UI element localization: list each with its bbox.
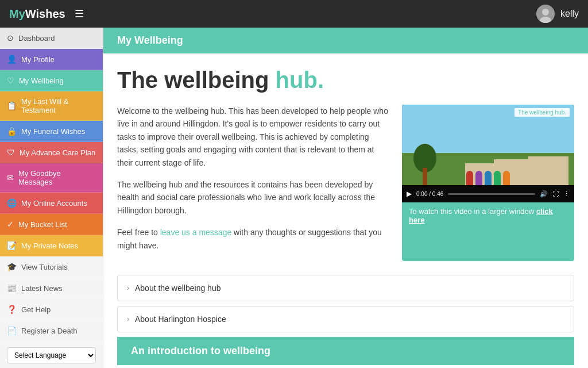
page-title: The wellbeing hub. — [117, 67, 574, 93]
sidebar-label-my-wellbeing: My Wellbeing — [19, 76, 64, 85]
person-2 — [475, 171, 482, 185]
paragraph-3: Feel free to leave us a message with any… — [117, 226, 388, 252]
sidebar-item-my-profile[interactable]: 👤 My Profile — [0, 49, 103, 70]
paragraph-1: Welcome to the wellbeing hub. This has b… — [117, 105, 388, 169]
sidebar-label-funeral: My Funeral Wishes — [21, 127, 85, 136]
accordion-2: › About Harlington Hospice — [117, 306, 574, 332]
progress-bar[interactable] — [448, 193, 535, 195]
person-3 — [485, 171, 492, 185]
play-button[interactable]: ▶ — [407, 190, 412, 198]
sidebar-item-funeral[interactable]: 🔒 My Funeral Wishes — [0, 121, 103, 142]
sidebar-label-dashboard: Dashboard — [18, 34, 55, 43]
sidebar-item-latest-news[interactable]: 📰 Latest News — [0, 278, 103, 299]
logo-my: My — [9, 7, 25, 20]
content-row: Welcome to the wellbeing hub. This has b… — [117, 105, 574, 261]
bucket-list-icon: ✓ — [7, 220, 14, 229]
main-content-area: My Wellbeing The wellbeing hub. Welcome … — [103, 28, 588, 368]
chevron-icon-1: › — [127, 284, 129, 292]
building-3 — [528, 156, 568, 185]
accordion-header-1[interactable]: › About the wellbeing hub — [118, 275, 574, 301]
topbar-left: MyWishes ☰ — [9, 7, 84, 21]
svg-point-1 — [542, 9, 549, 16]
sidebar-footer: Select Language — [0, 342, 103, 368]
sidebar-item-dashboard[interactable]: ⊙ Dashboard — [0, 28, 103, 49]
fullscreen-icon[interactable]: ⛶ — [552, 190, 559, 197]
chevron-icon-2: › — [127, 315, 129, 323]
video-scene: The wellbeing hub. — [402, 105, 574, 185]
username-label: kelly — [560, 9, 579, 19]
logo-wishes: Wishes — [25, 7, 65, 20]
sidebar-item-last-will[interactable]: 📋 My Last Will & Testament — [0, 91, 103, 121]
register-death-icon: 📄 — [7, 326, 17, 335]
main-body: The wellbeing hub. Welcome to the wellbe… — [103, 53, 588, 368]
sidebar-item-get-help[interactable]: ❓ Get Help — [0, 299, 103, 320]
advance-care-icon: 🛡 — [7, 148, 15, 157]
video-overlay-part1: The wellbeing — [518, 109, 555, 116]
sidebar-item-online-accounts[interactable]: 🌐 My Online Accounts — [0, 193, 103, 214]
page-header-title: My Wellbeing — [117, 34, 183, 46]
volume-icon[interactable]: 🔊 — [540, 190, 548, 198]
dashboard-icon: ⊙ — [7, 33, 14, 43]
text-section: Welcome to the wellbeing hub. This has b… — [117, 105, 388, 261]
page-header: My Wellbeing — [103, 28, 588, 53]
sidebar-label-my-profile: My Profile — [21, 55, 55, 64]
people-row — [466, 171, 510, 185]
accordion-label-2: About Harlington Hospice — [135, 315, 226, 324]
video-player: The wellbeing hub. — [402, 105, 574, 202]
video-overlay-part2: hub. — [555, 109, 566, 116]
topbar-right: kelly — [536, 5, 579, 23]
video-caption: To watch this video in a larger window c… — [402, 202, 574, 229]
topbar: MyWishes ☰ kelly — [0, 0, 588, 28]
sidebar-item-private-notes[interactable]: 📝 My Private Notes — [0, 235, 103, 256]
video-time: 0:00 / 0:46 — [416, 191, 443, 197]
sidebar-item-register-death[interactable]: 📄 Register a Death — [0, 320, 103, 342]
hamburger-icon[interactable]: ☰ — [75, 7, 84, 20]
title-part2: hub. — [276, 67, 324, 93]
sidebar: ⊙ Dashboard 👤 My Profile ♡ My Wellbeing … — [0, 28, 103, 368]
video-controls: ▶ 0:00 / 0:46 🔊 ⛶ ⋮ — [402, 185, 574, 202]
accordion-1: › About the wellbeing hub — [117, 275, 574, 301]
help-icon: ❓ — [7, 305, 17, 314]
more-options-icon[interactable]: ⋮ — [563, 190, 570, 198]
sidebar-item-bucket-list[interactable]: ✓ My Bucket List — [0, 214, 103, 235]
sidebar-label-goodbye: My Goodbye Messages — [18, 169, 96, 186]
avatar — [536, 5, 555, 23]
caption-prefix: To watch this video in a larger window — [409, 207, 536, 216]
para3-prefix: Feel free to — [117, 228, 160, 237]
paragraph-2: The wellbeing hub and the resources it c… — [117, 178, 388, 217]
sidebar-label-get-help: Get Help — [21, 305, 51, 314]
person-1 — [466, 171, 473, 185]
tree-trunk — [423, 168, 427, 185]
sidebar-label-bucket-list: My Bucket List — [18, 220, 67, 229]
leave-message-link[interactable]: leave us a message — [160, 228, 232, 237]
sidebar-item-goodbye[interactable]: ✉ My Goodbye Messages — [0, 163, 103, 193]
tutorials-icon: 🎓 — [7, 262, 17, 271]
funeral-icon: 🔒 — [7, 126, 17, 136]
sidebar-item-advance-care[interactable]: 🛡 My Advance Care Plan — [0, 142, 103, 163]
sidebar-label-online-accounts: My Online Accounts — [21, 199, 87, 208]
video-section: The wellbeing hub. — [402, 105, 574, 261]
sidebar-item-my-wellbeing[interactable]: ♡ My Wellbeing — [0, 70, 103, 91]
sidebar-label-private-notes: My Private Notes — [21, 241, 78, 250]
sidebar-label-view-tutorials: View Tutorials — [21, 263, 68, 271]
sidebar-label-register-death: Register a Death — [21, 327, 78, 335]
goodbye-icon: ✉ — [7, 173, 14, 182]
video-title-overlay: The wellbeing hub. — [514, 108, 570, 117]
news-icon: 📰 — [7, 283, 17, 293]
accordion-label-1: About the wellbeing hub — [135, 283, 220, 293]
online-accounts-icon: 🌐 — [7, 198, 17, 208]
accordion-header-2[interactable]: › About Harlington Hospice — [118, 306, 574, 332]
sidebar-item-view-tutorials[interactable]: 🎓 View Tutorials — [0, 256, 103, 278]
profile-icon: 👤 — [7, 55, 17, 64]
app-logo[interactable]: MyWishes — [9, 7, 65, 21]
sidebar-label-last-will: My Last Will & Testament — [21, 97, 96, 114]
sidebar-label-latest-news: Latest News — [21, 284, 63, 293]
bottom-banner-text: An introduction to wellbeing — [131, 345, 270, 356]
wellbeing-icon: ♡ — [7, 76, 14, 85]
title-part1: The wellbeing — [117, 67, 276, 93]
language-select[interactable]: Select Language — [7, 347, 96, 363]
bottom-section-banner: An introduction to wellbeing — [117, 337, 574, 365]
sidebar-label-advance-care: My Advance Care Plan — [20, 148, 95, 157]
private-notes-icon: 📝 — [7, 241, 17, 250]
layout: ⊙ Dashboard 👤 My Profile ♡ My Wellbeing … — [0, 28, 588, 368]
